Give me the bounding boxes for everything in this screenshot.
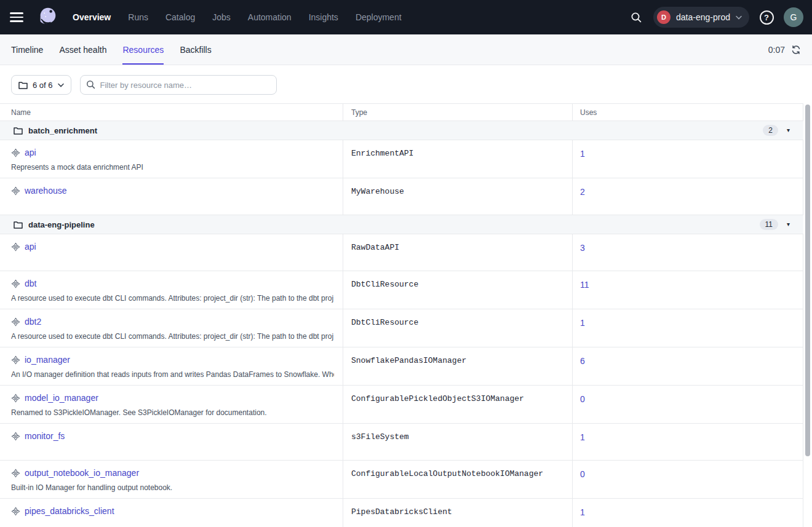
group-name: data-eng-pipeline <box>28 220 95 229</box>
tab-backfills[interactable]: Backfills <box>180 34 211 65</box>
deployment-initial-badge: D <box>657 10 671 24</box>
uses-count-link[interactable]: 1 <box>580 318 585 328</box>
uses-count-link[interactable]: 11 <box>580 280 589 290</box>
nav-item-automation[interactable]: Automation <box>248 12 292 22</box>
group-name: batch_enrichment <box>28 126 97 135</box>
resource-name-cell: dbt2A resource used to execute dbt CLI c… <box>0 309 343 347</box>
resource-uses-cell: 3 <box>572 234 803 271</box>
uses-count-link[interactable]: 1 <box>580 149 585 159</box>
hamburger-menu-icon[interactable] <box>10 9 27 26</box>
nav-item-catalog[interactable]: Catalog <box>165 12 195 22</box>
resource-uses-cell: 1 <box>572 499 803 527</box>
vertical-scrollbar[interactable] <box>805 105 810 456</box>
resource-link[interactable]: pipes_databricks_client <box>25 506 114 516</box>
resource-name-cell: io_managerAn I/O manager definition that… <box>0 347 343 385</box>
resource-description: Renamed to S3PickleIOManager. See S3Pick… <box>11 408 334 417</box>
resource-link[interactable]: dbt <box>25 279 36 288</box>
resource-link[interactable]: api <box>25 242 36 252</box>
resource-link[interactable]: api <box>25 148 36 157</box>
resource-icon <box>11 279 20 288</box>
nav-item-overview[interactable]: Overview <box>73 12 111 22</box>
chevron-down-icon <box>58 83 64 87</box>
resource-icon <box>11 242 20 252</box>
resource-icon <box>11 507 20 516</box>
folder-icon <box>18 81 28 89</box>
resource-type-cell: ConfigurablePickledObjectS3IOManager <box>343 386 572 423</box>
user-avatar[interactable]: G <box>784 7 803 27</box>
resource-name-cell: apiRepresents a mock data enrichment API <box>0 140 343 178</box>
resource-search <box>80 75 277 95</box>
resource-description: A resource used to execute dbt CLI comma… <box>11 294 334 303</box>
resource-uses-cell: 2 <box>572 178 803 215</box>
resource-name-cell: model_io_managerRenamed to S3PickleIOMan… <box>0 386 343 423</box>
resource-type-cell: ConfigurableLocalOutputNotebookIOManager <box>343 461 572 498</box>
search-icon <box>86 80 95 89</box>
table-row: dbtA resource used to execute dbt CLI co… <box>0 271 803 309</box>
uses-count-link[interactable]: 1 <box>580 507 585 517</box>
group-collapse-caret-icon[interactable]: ▾ <box>787 127 790 133</box>
tab-asset-health[interactable]: Asset health <box>59 34 106 65</box>
table-row: io_managerAn I/O manager definition that… <box>0 347 803 386</box>
main-nav: OverviewRunsCatalogJobsAutomationInsight… <box>73 12 402 22</box>
resource-filter-input[interactable] <box>80 75 277 95</box>
resource-uses-cell: 1 <box>572 309 803 347</box>
table-row: monitor_fss3FileSystem1 <box>0 424 803 461</box>
resource-description: Built-in IO Manager for handling output … <box>11 483 334 492</box>
table-row: model_io_managerRenamed to S3PickleIOMan… <box>0 386 803 424</box>
resource-icon <box>11 432 20 441</box>
resource-name-cell: output_notebook_io_managerBuilt-in IO Ma… <box>0 461 343 498</box>
top-navigation-bar: OverviewRunsCatalogJobsAutomationInsight… <box>0 0 812 34</box>
resource-description: An I/O manager definition that reads inp… <box>11 370 334 379</box>
resource-icon <box>11 148 20 157</box>
uses-count-link[interactable]: 0 <box>580 469 585 479</box>
folder-icon <box>14 221 23 229</box>
resource-name-cell: monitor_fs <box>0 424 343 460</box>
uses-count-link[interactable]: 2 <box>580 187 585 197</box>
uses-count-link[interactable]: 1 <box>580 432 585 442</box>
resource-icon <box>11 394 20 403</box>
group-row-batch_enrichment[interactable]: batch_enrichment2▾ <box>0 121 803 140</box>
group-row-data-eng-pipeline[interactable]: data-eng-pipeline11▾ <box>0 215 803 234</box>
group-count-badge: 11 <box>760 219 778 230</box>
resource-link[interactable]: model_io_manager <box>25 393 98 403</box>
tabs: TimelineAsset healthResourcesBackfills <box>11 34 212 65</box>
resource-uses-cell: 0 <box>572 461 803 498</box>
nav-item-runs[interactable]: Runs <box>128 12 148 22</box>
uses-count-link[interactable]: 3 <box>580 243 585 253</box>
nav-item-deployment[interactable]: Deployment <box>356 12 402 22</box>
group-collapse-caret-icon[interactable]: ▾ <box>787 221 790 228</box>
tab-timeline[interactable]: Timeline <box>11 34 43 65</box>
folder-icon <box>14 127 23 135</box>
search-icon[interactable] <box>626 7 646 27</box>
chevron-down-icon <box>736 15 742 20</box>
filter-toolbar: 6 of 6 <box>0 65 812 103</box>
nav-item-insights[interactable]: Insights <box>309 12 338 22</box>
resource-uses-cell: 0 <box>572 386 803 423</box>
help-icon[interactable]: ? <box>757 7 776 27</box>
resource-name-cell: pipes_databricks_client <box>0 499 343 527</box>
tab-resources[interactable]: Resources <box>122 34 164 65</box>
resource-link[interactable]: dbt2 <box>25 317 41 327</box>
group-count-dropdown[interactable]: 6 of 6 <box>11 75 71 95</box>
uses-count-link[interactable]: 6 <box>580 356 585 366</box>
uses-count-link[interactable]: 0 <box>580 394 585 404</box>
table-row: pipes_databricks_clientPipesDatabricksCl… <box>0 499 803 527</box>
resource-link[interactable]: warehouse <box>25 186 67 196</box>
resource-link[interactable]: io_manager <box>25 355 70 365</box>
dagster-logo-icon[interactable] <box>36 6 59 29</box>
resource-name-cell: dbtA resource used to execute dbt CLI co… <box>0 271 343 309</box>
refresh-icon[interactable] <box>791 45 801 55</box>
nav-item-jobs[interactable]: Jobs <box>212 12 231 22</box>
group-count-badge: 2 <box>763 125 778 136</box>
resource-icon <box>11 317 20 327</box>
resource-type-cell: PipesDatabricksClient <box>343 499 572 527</box>
resource-link[interactable]: monitor_fs <box>25 431 65 441</box>
resource-type-cell: DbtCliResource <box>343 271 572 309</box>
deployment-switcher[interactable]: D data-eng-prod <box>653 7 749 28</box>
resource-uses-cell: 6 <box>572 347 803 385</box>
overview-tab-bar: TimelineAsset healthResourcesBackfills 0… <box>0 34 812 65</box>
resource-link[interactable]: output_notebook_io_manager <box>25 468 139 478</box>
resource-type-cell: SnowflakePandasIOManager <box>343 347 572 385</box>
table-header: Name Type Uses <box>0 104 803 121</box>
refresh-timer: 0:07 <box>768 45 785 55</box>
